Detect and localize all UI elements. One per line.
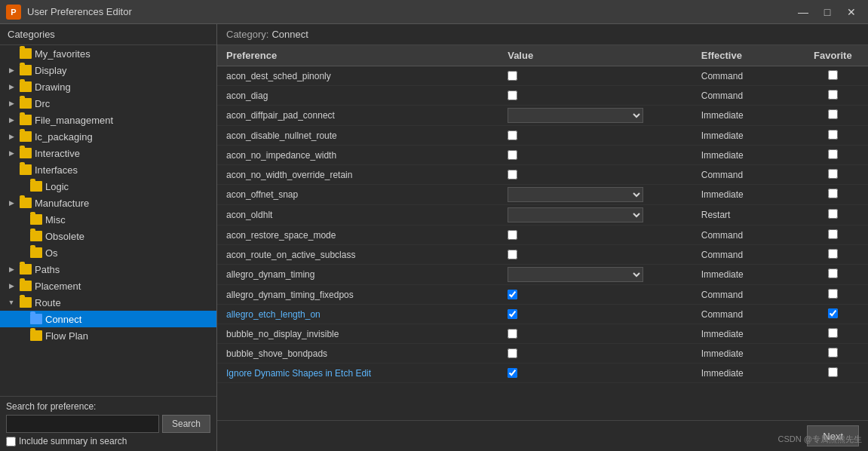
pref-favorite-cell[interactable]	[798, 86, 868, 106]
pref-favorite-cell[interactable]	[798, 265, 868, 285]
folder-icon-interfaces	[20, 164, 32, 175]
tree-item-connect[interactable]: Connect	[0, 311, 216, 327]
tree-item-obsolete[interactable]: Obsolete	[0, 228, 216, 244]
search-input[interactable]	[6, 415, 159, 433]
pref-favorite-cell[interactable]	[798, 324, 868, 344]
tree-item-logic[interactable]: Logic	[0, 178, 216, 195]
pref-favorite-cell[interactable]	[798, 344, 868, 364]
tree-arrow-connect	[17, 314, 27, 324]
pref-favorite-checkbox[interactable]	[828, 289, 838, 299]
pref-favorite-cell[interactable]	[798, 146, 868, 165]
pref-value-checkbox[interactable]	[508, 348, 517, 358]
pref-value-cell[interactable]	[498, 364, 692, 383]
tree-item-paths[interactable]: Paths	[0, 261, 216, 278]
pref-effective-cell: Command	[692, 285, 798, 305]
tree-item-display[interactable]: Display	[0, 62, 216, 78]
pref-favorite-cell[interactable]	[798, 185, 868, 205]
pref-favorite-cell[interactable]	[798, 106, 868, 126]
pref-favorite-cell[interactable]	[798, 126, 868, 146]
pref-value-cell[interactable]	[498, 126, 692, 146]
pref-value-checkbox[interactable]	[508, 230, 517, 240]
pref-value-cell[interactable]	[498, 265, 692, 285]
pref-favorite-checkbox[interactable]	[828, 328, 838, 338]
pref-value-cell[interactable]	[498, 205, 692, 226]
folder-icon-drc	[20, 98, 32, 109]
pref-favorite-checkbox[interactable]	[828, 268, 838, 278]
pref-favorite-cell[interactable]	[798, 364, 868, 383]
window-title: User Preferences Editor	[27, 6, 793, 17]
pref-favorite-cell[interactable]	[798, 66, 868, 86]
pref-favorite-checkbox[interactable]	[828, 149, 838, 159]
folder-icon-file_management	[20, 115, 32, 125]
pref-name-cell: allegro_dynam_timing	[217, 265, 498, 285]
tree-item-ic_packaging[interactable]: Ic_packaging	[0, 128, 216, 145]
pref-value-cell[interactable]	[498, 165, 692, 185]
tree-item-placement[interactable]: Placement	[0, 278, 216, 294]
pref-value-dropdown[interactable]	[508, 187, 643, 202]
main-container: Categories My_favoritesDisplayDrawingDrc…	[0, 24, 868, 451]
tree-item-file_management[interactable]: File_management	[0, 112, 216, 128]
tree-item-interfaces[interactable]: Interfaces	[0, 161, 216, 178]
tree-item-my_favorites[interactable]: My_favorites	[0, 45, 216, 62]
tree-item-os[interactable]: Os	[0, 244, 216, 261]
pref-value-checkbox[interactable]	[508, 150, 517, 160]
pref-value-cell[interactable]	[498, 146, 692, 165]
maximize-button[interactable]: □	[817, 4, 838, 20]
tree-item-drawing[interactable]: Drawing	[0, 78, 216, 95]
title-bar: P User Preferences Editor — □ ✕	[0, 0, 868, 24]
pref-value-checkbox[interactable]	[508, 130, 517, 140]
pref-favorite-checkbox[interactable]	[828, 169, 838, 179]
tree-item-misc[interactable]: Misc	[0, 211, 216, 228]
pref-favorite-cell[interactable]	[798, 165, 868, 185]
pref-value-checkbox[interactable]	[508, 250, 517, 259]
pref-favorite-cell[interactable]	[798, 285, 868, 305]
pref-value-dropdown[interactable]	[508, 108, 643, 123]
pref-favorite-checkbox[interactable]	[828, 229, 838, 239]
pref-value-cell[interactable]	[498, 106, 692, 126]
pref-value-cell[interactable]	[498, 226, 692, 245]
pref-value-dropdown[interactable]	[508, 207, 643, 222]
pref-value-cell[interactable]	[498, 86, 692, 106]
tree-item-interactive[interactable]: Interactive	[0, 145, 216, 161]
pref-favorite-cell[interactable]	[798, 226, 868, 245]
pref-value-checkbox[interactable]	[508, 329, 517, 339]
minimize-button[interactable]: —	[793, 4, 814, 20]
tree-item-flow_plan[interactable]: Flow Plan	[0, 327, 216, 344]
pref-value-cell[interactable]	[498, 285, 692, 305]
pref-favorite-cell[interactable]	[798, 205, 868, 226]
pref-value-dropdown[interactable]	[508, 267, 643, 282]
tree-item-route[interactable]: Route	[0, 294, 216, 311]
pref-favorite-checkbox[interactable]	[828, 348, 838, 357]
pref-favorite-checkbox[interactable]	[828, 367, 838, 377]
pref-value-cell[interactable]	[498, 245, 692, 265]
tree-item-manufacture[interactable]: Manufacture	[0, 195, 216, 211]
pref-favorite-checkbox[interactable]	[828, 189, 838, 198]
pref-value-cell[interactable]	[498, 66, 692, 86]
close-button[interactable]: ✕	[841, 4, 862, 20]
search-button[interactable]: Search	[162, 415, 210, 433]
pref-value-checkbox[interactable]	[508, 71, 517, 81]
pref-favorite-checkbox[interactable]	[828, 109, 838, 119]
tree-label-misc: Misc	[45, 214, 66, 226]
pref-favorite-cell[interactable]	[798, 305, 868, 324]
pref-value-cell[interactable]	[498, 324, 692, 344]
pref-value-checkbox[interactable]	[508, 368, 517, 378]
pref-value-checkbox[interactable]	[508, 91, 517, 100]
tree-container[interactable]: My_favoritesDisplayDrawingDrcFile_manage…	[0, 45, 216, 396]
pref-favorite-checkbox[interactable]	[828, 90, 838, 100]
pref-favorite-checkbox[interactable]	[828, 209, 838, 219]
tree-arrow-route	[6, 297, 17, 308]
pref-value-cell[interactable]	[498, 185, 692, 205]
pref-value-cell[interactable]	[498, 344, 692, 364]
pref-favorite-cell[interactable]	[798, 245, 868, 265]
pref-favorite-checkbox[interactable]	[828, 70, 838, 80]
pref-favorite-checkbox[interactable]	[828, 130, 838, 140]
pref-value-checkbox[interactable]	[508, 309, 517, 319]
pref-favorite-checkbox[interactable]	[828, 249, 838, 259]
pref-value-checkbox[interactable]	[508, 290, 517, 299]
pref-value-cell[interactable]	[498, 305, 692, 324]
include-summary-checkbox[interactable]	[6, 437, 16, 446]
pref-value-checkbox[interactable]	[508, 170, 517, 179]
tree-item-drc[interactable]: Drc	[0, 95, 216, 112]
pref-favorite-checkbox[interactable]	[828, 308, 838, 318]
